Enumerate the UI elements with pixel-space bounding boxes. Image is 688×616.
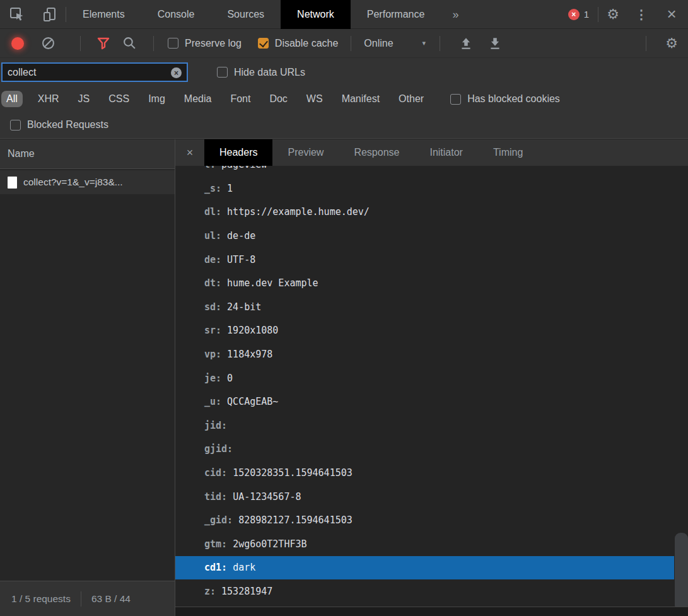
disable-cache-checkbox[interactable] xyxy=(258,38,269,49)
disable-cache-label[interactable]: Disable cache xyxy=(275,38,339,49)
param-row[interactable]: de:UTF-8 xyxy=(175,248,688,272)
preserve-log-label[interactable]: Preserve log xyxy=(185,38,242,49)
request-row[interactable]: collect?v=1&_v=j83&... xyxy=(0,170,175,194)
network-filter-section: × Hide data URLs All XHR JS CSS Img Medi… xyxy=(0,58,688,139)
tab-network[interactable]: Network xyxy=(281,0,351,29)
network-toolbar: Preserve log Disable cache Online ▾ ⚙ xyxy=(0,29,688,58)
filter-chip-css[interactable]: CSS xyxy=(102,91,136,107)
param-row[interactable]: tid:UA-1234567-8 xyxy=(175,485,688,509)
throttling-dropdown[interactable]: Online ▾ xyxy=(364,38,426,49)
vertical-scrollbar-thumb[interactable] xyxy=(675,533,688,611)
filter-chip-doc[interactable]: Doc xyxy=(263,91,293,107)
param-row-selected[interactable]: cd1:dark xyxy=(175,556,674,580)
device-toolbar-icon xyxy=(42,7,57,22)
search-requests-button[interactable] xyxy=(122,29,137,57)
clear-filter-icon[interactable]: × xyxy=(171,67,182,78)
devtools-tabbar: Elements Console Sources Network Perform… xyxy=(0,0,688,29)
param-row[interactable]: je:0 xyxy=(175,366,688,390)
search-icon xyxy=(122,36,137,50)
tab-response[interactable]: Response xyxy=(339,139,414,166)
import-har-button[interactable] xyxy=(459,29,473,57)
param-row[interactable]: gtm:2wg6o0T2THF3B xyxy=(175,532,688,556)
name-column-header[interactable]: Name xyxy=(0,139,175,169)
divider xyxy=(81,591,81,607)
transfer-summary: 63 B / 44 xyxy=(91,593,131,605)
disable-cache-control: Disable cache xyxy=(258,38,339,49)
upload-arrow-icon xyxy=(459,37,473,50)
param-row[interactable]: dt:hume.dev Example xyxy=(175,271,688,295)
inspect-element-button[interactable] xyxy=(0,0,34,28)
horizontal-scrollbar-track[interactable] xyxy=(175,607,688,616)
param-row[interactable]: vp:1184x978 xyxy=(175,342,688,366)
error-count: 1 xyxy=(584,9,589,20)
param-row[interactable]: dl:https://example.hume.dev/ xyxy=(175,200,688,224)
filter-chip-ws[interactable]: WS xyxy=(300,91,329,107)
filter-input-wrap: × xyxy=(1,62,188,82)
close-details-button[interactable]: × xyxy=(175,139,204,166)
kebab-icon: ⋮ xyxy=(635,7,648,22)
param-row[interactable]: ul:de-de xyxy=(175,224,688,248)
param-row[interactable]: _s:1 xyxy=(175,177,688,200)
tab-elements[interactable]: Elements xyxy=(66,0,141,29)
filter-chip-other[interactable]: Other xyxy=(392,91,430,107)
blocked-requests-control: Blocked Requests xyxy=(10,119,108,131)
request-details-panel: × Headers Preview Response Initiator Tim… xyxy=(175,139,688,616)
divider xyxy=(80,36,81,51)
export-har-button[interactable] xyxy=(488,29,502,57)
tab-headers[interactable]: Headers xyxy=(204,139,272,166)
param-row[interactable]: jid: xyxy=(175,414,688,438)
filter-chip-xhr[interactable]: XHR xyxy=(32,91,66,107)
tab-timing[interactable]: Timing xyxy=(478,139,538,166)
tab-sources[interactable]: Sources xyxy=(211,0,281,29)
filter-chip-font[interactable]: Font xyxy=(224,91,257,107)
param-row[interactable]: _u:QCCAgEAB~ xyxy=(175,390,688,414)
record-button[interactable] xyxy=(11,37,24,50)
network-settings-button[interactable]: ⚙ xyxy=(665,29,678,57)
has-blocked-cookies-checkbox[interactable] xyxy=(450,94,461,105)
has-blocked-cookies-label[interactable]: Has blocked cookies xyxy=(467,93,560,105)
tab-preview[interactable]: Preview xyxy=(272,139,339,166)
download-arrow-icon xyxy=(488,37,502,50)
param-row[interactable]: t:pageview xyxy=(175,166,688,177)
tab-performance[interactable]: Performance xyxy=(351,0,441,29)
param-row[interactable]: sr:1920x1080 xyxy=(175,319,688,343)
filter-input[interactable] xyxy=(1,62,188,82)
details-tabbar: × Headers Preview Response Initiator Tim… xyxy=(175,139,688,166)
hide-data-urls-checkbox[interactable] xyxy=(217,67,228,78)
console-error-indicator[interactable]: × 1 xyxy=(559,9,598,20)
close-devtools-button[interactable]: × xyxy=(655,0,688,28)
blocked-requests-label[interactable]: Blocked Requests xyxy=(27,119,108,131)
gear-icon: ⚙ xyxy=(665,37,678,50)
close-icon: × xyxy=(187,146,194,160)
block-circle-icon xyxy=(42,37,55,50)
filter-chip-all[interactable]: All xyxy=(1,91,23,107)
divider xyxy=(153,36,154,51)
name-column-label: Name xyxy=(8,148,35,160)
tab-initiator[interactable]: Initiator xyxy=(414,139,477,166)
param-row[interactable]: _gid:828982127.1594641503 xyxy=(175,508,688,532)
filter-chip-manifest[interactable]: Manifest xyxy=(335,91,386,107)
hide-data-urls-label[interactable]: Hide data URLs xyxy=(234,67,305,78)
param-row[interactable]: z:153281947 xyxy=(175,579,688,603)
main-menu-button[interactable]: ⋮ xyxy=(627,0,655,28)
blocked-requests-checkbox[interactable] xyxy=(10,120,21,131)
filter-chip-media[interactable]: Media xyxy=(178,91,218,107)
filter-toggle-button[interactable] xyxy=(96,29,111,57)
device-toolbar-button[interactable] xyxy=(34,0,66,28)
settings-button[interactable]: ⚙ xyxy=(598,0,627,28)
query-params-list: t:pageview _s:1 dl:https://example.hume.… xyxy=(175,166,688,607)
divider xyxy=(440,36,440,51)
tab-console[interactable]: Console xyxy=(141,0,211,29)
filter-chip-js[interactable]: JS xyxy=(72,91,96,107)
filter-chip-img[interactable]: Img xyxy=(142,91,172,107)
hide-data-urls-control: Hide data URLs xyxy=(217,67,305,78)
clear-requests-button[interactable] xyxy=(42,29,55,57)
filter-funnel-icon xyxy=(96,36,111,51)
requests-panel: Name collect?v=1&_v=j83&... 1 / 5 reques… xyxy=(0,139,175,616)
param-row[interactable]: cid:1520328351.1594641503 xyxy=(175,461,688,485)
param-row[interactable]: gjid: xyxy=(175,438,688,462)
more-tabs-chevron-icon[interactable]: » xyxy=(441,0,470,29)
divider xyxy=(646,36,646,51)
preserve-log-checkbox[interactable] xyxy=(168,38,178,49)
param-row[interactable]: sd:24-bit xyxy=(175,295,688,319)
